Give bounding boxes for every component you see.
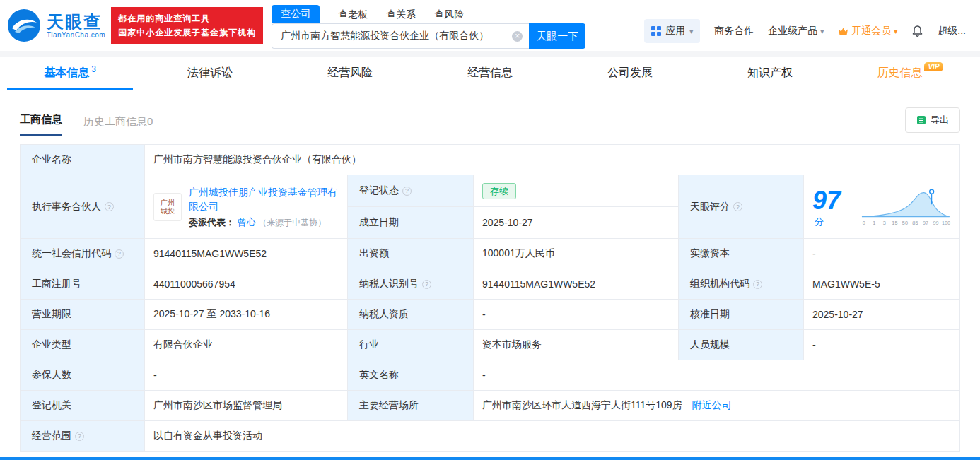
apps-menu-button[interactable]: 应用 ▾ [644, 19, 700, 43]
label-tianyan-score: 天眼评分? [679, 175, 804, 239]
label-capital: 出资额 [348, 239, 474, 269]
value-business-scope: 以自有资金从事投资活动 [145, 421, 960, 452]
export-excel-icon [916, 115, 926, 125]
caret-down-icon: ▾ [820, 28, 824, 35]
label-industry: 行业 [348, 330, 474, 360]
subtab-history-registration[interactable]: 历史工商信息0 [83, 115, 153, 136]
search-tabs: 查公司 查老板 查关系 查风险 [272, 5, 585, 23]
tianyancha-company-page: 天眼查 TianYanCha.com 都在用的商业查询工具 国家中小企业发展子基… [0, 0, 980, 460]
delegate-label: 委派代表： [189, 217, 235, 228]
svg-text:1: 1 [873, 220, 876, 226]
search-tab-boss[interactable]: 查老板 [338, 8, 368, 23]
vip-badge: VIP [924, 62, 943, 71]
nav-open-vip[interactable]: 开通会员 ▾ [838, 25, 897, 37]
score-number: 97分 [812, 186, 851, 228]
value-staff-size: - [804, 330, 960, 360]
row-company-type: 企业类型 有限合伙企业 行业 资本市场服务 人员规模 - [21, 330, 960, 360]
clear-search-icon[interactable]: × [512, 31, 523, 42]
subtabs-row: 工商信息 历史工商信息0 导出 [20, 106, 960, 136]
label-main-premises: 主要经营场所 [348, 391, 474, 421]
value-executive-partner: 广州城投 广州城投佳朋产业投资基金管理有限公司 委派代表： 曾心 （来源于中基协… [145, 175, 348, 239]
svg-text:97: 97 [923, 220, 928, 226]
nearby-companies-link[interactable]: 附近公司 [692, 399, 732, 411]
notification-bell-icon[interactable] [911, 25, 923, 37]
delegate-name-link[interactable]: 曾心 [238, 217, 256, 228]
value-reg-authority: 广州市南沙区市场监督管理局 [145, 391, 348, 421]
help-icon[interactable]: ? [75, 432, 84, 441]
row-credit-code: 统一社会信用代码? 91440115MAG1WW5E52 出资额 100001万… [21, 239, 960, 269]
value-main-premises: 广州市南沙区环市大道西海宁大街111号109房 附近公司 [474, 391, 960, 421]
search-tab-relation[interactable]: 查关系 [386, 8, 416, 23]
tab-company-development[interactable]: 公司发展 [560, 57, 700, 90]
search-block: 查公司 查老板 查关系 查风险 × 天眼一下 [272, 2, 585, 49]
value-approval-date: 2025-10-27 [804, 300, 960, 330]
label-approval-date: 核准日期 [679, 300, 804, 330]
svg-text:85: 85 [913, 220, 918, 226]
label-company-name: 企业名称 [21, 145, 145, 175]
search-input-wrap: × [272, 23, 529, 49]
help-icon[interactable]: ? [105, 202, 114, 211]
tianyan-score-widget[interactable]: 97分 0 1 3 15 [812, 186, 951, 228]
open-vip-label: 开通会员 [851, 25, 891, 37]
tab-business-information[interactable]: 经营信息 [420, 57, 560, 90]
score-distribution-chart: 0 1 3 15 50 85 97 99 100 [861, 187, 951, 227]
score-value: 97 [812, 186, 841, 215]
tab-label: 经营风险 [327, 66, 373, 81]
tab-basic-info[interactable]: 基本信息 3 [0, 57, 140, 90]
partner-company-link[interactable]: 广州城投佳朋产业投资基金管理有限公司 [189, 185, 339, 213]
search-button[interactable]: 天眼一下 [529, 23, 585, 49]
tab-intellectual-property[interactable]: 知识产权 [700, 57, 840, 90]
value-credit-code: 91440115MAG1WW5E52 [145, 239, 348, 269]
tab-count-badge: 3 [91, 64, 96, 74]
row-reg-authority: 登记机关 广州市南沙区市场监督管理局 主要经营场所 广州市南沙区环市大道西海宁大… [21, 391, 960, 421]
nav-super-vip[interactable]: 超级... [938, 25, 966, 37]
delegate-line: 委派代表： 曾心 （来源于中基协） [189, 216, 339, 229]
row-company-name: 企业名称 广州市南方智慧能源投资合伙企业（有限合伙） [21, 145, 960, 175]
help-icon[interactable]: ? [422, 280, 431, 289]
partner-company-logo[interactable]: 广州城投 [153, 193, 182, 221]
svg-text:3: 3 [883, 220, 886, 226]
tab-operational-risk[interactable]: 经营风险 [280, 57, 420, 90]
top-header: 天眼查 TianYanCha.com 都在用的商业查询工具 国家中小企业发展子基… [0, 0, 980, 51]
nav-business-cooperation[interactable]: 商务合作 [714, 25, 754, 37]
label-reg-authority: 登记机关 [21, 391, 145, 421]
executive-partner-card: 广州城投 广州城投佳朋产业投资基金管理有限公司 委派代表： 曾心 （来源于中基协… [153, 179, 339, 235]
svg-text:100: 100 [942, 220, 950, 226]
value-insured-num: - [145, 360, 348, 391]
slogan-line-2: 国家中小企业发展子基金旗下机构 [118, 25, 256, 40]
search-input[interactable] [272, 30, 529, 42]
tab-label: 公司发展 [607, 66, 653, 81]
apps-label: 应用 [665, 25, 685, 37]
tianyancha-logo[interactable]: 天眼查 TianYanCha.com [7, 8, 105, 42]
tab-label: 基本信息 [44, 66, 89, 81]
help-icon[interactable]: ? [115, 249, 124, 259]
brand-slogan-badge: 都在用的商业查询工具 国家中小企业发展子基金旗下机构 [111, 7, 263, 44]
help-icon[interactable]: ? [733, 202, 742, 211]
help-icon[interactable]: ? [402, 187, 412, 196]
logo-title: 天眼查 [47, 13, 105, 31]
value-capital: 100001万人民币 [474, 239, 679, 269]
vip-crown-icon [838, 27, 848, 36]
subtab-business-registration[interactable]: 工商信息 [20, 113, 62, 136]
apps-grid-icon [651, 26, 661, 36]
row-business-scope: 经营范围? 以自有资金从事投资活动 [21, 421, 960, 452]
search-tab-company[interactable]: 查公司 [272, 5, 320, 23]
nav-enterprise-products[interactable]: 企业级产品 ▾ [768, 25, 824, 37]
tab-history-info[interactable]: 历史信息 VIP [840, 57, 980, 90]
svg-text:99: 99 [933, 220, 939, 226]
label-reg-status: 登记状态? [348, 175, 474, 207]
tab-legal-proceedings[interactable]: 法律诉讼 [140, 57, 280, 90]
value-paid-capital: - [804, 239, 960, 269]
enterprise-products-label: 企业级产品 [768, 25, 817, 37]
delegate-source: （来源于中基协） [258, 218, 326, 228]
score-unit: 分 [815, 216, 824, 227]
svg-text:50: 50 [902, 220, 908, 226]
footer-accent-bar [0, 457, 980, 460]
main-premises-text: 广州市南沙区环市大道西海宁大街111号109房 [482, 399, 682, 411]
search-tab-risk[interactable]: 查风险 [434, 8, 464, 23]
export-button[interactable]: 导出 [905, 107, 960, 133]
tab-label: 法律诉讼 [187, 66, 233, 81]
help-icon[interactable]: ? [753, 280, 762, 289]
value-business-term: 2025-10-27 至 2033-10-16 [145, 300, 348, 330]
logo-text: 天眼查 TianYanCha.com [47, 13, 105, 39]
